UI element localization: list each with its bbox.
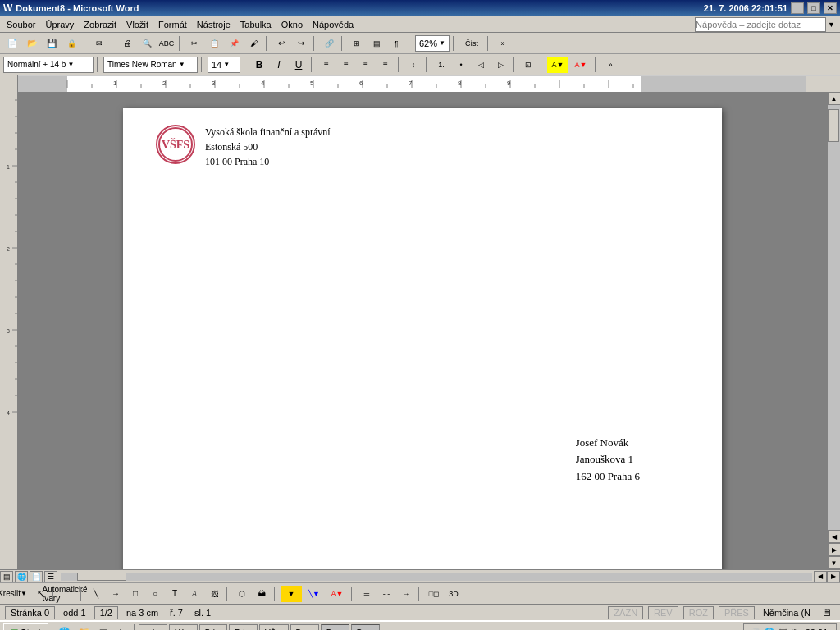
- insert-picture-button[interactable]: 🏔: [253, 586, 271, 602]
- size-dropdown[interactable]: 14 ▼: [208, 57, 240, 73]
- minimize-button[interactable]: _: [791, 2, 804, 14]
- scroll-thumb[interactable]: [828, 109, 839, 142]
- line-color-button[interactable]: ╲▼: [304, 586, 325, 602]
- start-button[interactable]: ⊞ Start: [3, 623, 48, 630]
- align-center-button[interactable]: ≡: [337, 57, 355, 73]
- email-quick-launch[interactable]: ✉: [94, 624, 112, 630]
- hscroll-thumb[interactable]: [77, 573, 126, 581]
- menu-okno[interactable]: Okno: [276, 18, 308, 31]
- preview-button[interactable]: 🔍: [138, 35, 156, 52]
- copy-button[interactable]: 📋: [205, 35, 223, 52]
- open-button[interactable]: 📂: [23, 35, 41, 52]
- scroll-area[interactable]: VŠFS Vysoká škola finanční a správní Est…: [18, 92, 827, 569]
- media-quick-launch[interactable]: ▶: [114, 624, 132, 630]
- taskbar-do1[interactable]: Do...: [290, 624, 319, 630]
- italic-button[interactable]: I: [270, 57, 288, 73]
- wordart-button[interactable]: A: [185, 586, 203, 602]
- indent-increase-button[interactable]: ▷: [491, 57, 509, 73]
- taskbar-syl[interactable]: syl...: [139, 624, 167, 630]
- numbering-button[interactable]: 1.: [432, 57, 450, 73]
- taskbar-bri1[interactable]: Bri...: [199, 624, 228, 630]
- paste-button[interactable]: 📌: [225, 35, 243, 52]
- scroll-up-button[interactable]: ▲: [828, 92, 841, 105]
- 3d-button[interactable]: 3D: [445, 586, 463, 602]
- align-right-button[interactable]: ≡: [357, 57, 375, 73]
- dash-style-button[interactable]: - -: [377, 586, 395, 602]
- scroll-track[interactable]: [828, 105, 840, 530]
- underline-button[interactable]: U: [290, 57, 308, 73]
- normal-view-button[interactable]: ▤: [0, 571, 13, 582]
- menu-vlozit[interactable]: Vložit: [121, 18, 153, 31]
- oval-button[interactable]: ○: [146, 586, 164, 602]
- diagram-button[interactable]: ⬡: [233, 586, 251, 602]
- taskbar-do3[interactable]: Do...: [351, 624, 380, 630]
- style-dropdown[interactable]: Normální + 14 b ▼: [3, 57, 94, 73]
- spell-button[interactable]: ABC: [158, 35, 176, 52]
- help-input[interactable]: [695, 17, 826, 32]
- line-style-button[interactable]: ═: [358, 586, 376, 602]
- scroll-down-button[interactable]: ▼: [828, 556, 841, 569]
- font-color-button[interactable]: A▼: [570, 57, 591, 73]
- email-button[interactable]: ✉: [90, 35, 108, 52]
- menu-upravy[interactable]: Úpravy: [40, 18, 79, 31]
- font-dropdown[interactable]: Times New Roman ▼: [103, 57, 198, 73]
- explorer-quick-launch[interactable]: 📁: [75, 624, 93, 630]
- bullets-button[interactable]: •: [452, 57, 470, 73]
- font-color2-button[interactable]: A▼: [326, 586, 348, 602]
- redo-button[interactable]: ↪: [292, 35, 310, 52]
- taskbar-bri2[interactable]: Bri...: [229, 624, 258, 630]
- menu-format[interactable]: Formát: [153, 18, 192, 31]
- shadow-button[interactable]: □◻: [425, 586, 443, 602]
- draw-menu-button[interactable]: Kreslit ▼: [3, 586, 21, 602]
- ie-quick-launch[interactable]: 🌐: [55, 624, 73, 630]
- permission-button[interactable]: 🔒: [62, 35, 80, 52]
- justify-button[interactable]: ≡: [377, 57, 395, 73]
- taskbar-na[interactable]: Ná...: [169, 624, 198, 630]
- print-view-button[interactable]: 📄: [30, 571, 43, 582]
- close-button[interactable]: ✕: [824, 2, 837, 14]
- print-button[interactable]: 🖨: [118, 35, 136, 52]
- taskbar-do2[interactable]: Do...: [321, 624, 349, 630]
- undo-button[interactable]: ↩: [272, 35, 290, 52]
- cut-button[interactable]: ✂: [185, 35, 203, 52]
- scroll-prev-page-button[interactable]: ◀: [828, 530, 841, 543]
- clipart-button[interactable]: 🖼: [205, 586, 223, 602]
- more-fmt-button[interactable]: »: [601, 57, 619, 73]
- hscroll-right-button[interactable]: ▶: [827, 571, 840, 582]
- more-button[interactable]: »: [494, 35, 512, 52]
- bold-button[interactable]: B: [250, 57, 268, 73]
- menu-nastroje[interactable]: Nástroje: [192, 18, 235, 31]
- menu-napoveda[interactable]: Nápověda: [308, 18, 358, 31]
- rect-button[interactable]: □: [126, 586, 144, 602]
- indent-decrease-button[interactable]: ◁: [472, 57, 490, 73]
- save-button[interactable]: 💾: [43, 35, 61, 52]
- menu-soubor[interactable]: Soubor: [2, 18, 40, 31]
- table-button[interactable]: ⊞: [348, 35, 366, 52]
- line-spacing-button[interactable]: ↕: [404, 57, 422, 73]
- line-button[interactable]: ╲: [87, 586, 105, 602]
- arrow-button[interactable]: →: [107, 586, 125, 602]
- hscroll-track[interactable]: [61, 573, 812, 581]
- new-button[interactable]: 📄: [3, 35, 21, 52]
- menu-zobrazit[interactable]: Zobrazit: [79, 18, 121, 31]
- autoshapes-button[interactable]: Automatické tvary ▼: [59, 586, 77, 602]
- scroll-next-page-button[interactable]: ▶: [828, 543, 841, 556]
- columns-button[interactable]: ▤: [368, 35, 386, 52]
- maximize-button[interactable]: □: [807, 2, 820, 14]
- fill-color-button[interactable]: ▼: [281, 586, 302, 602]
- hscroll-left-button[interactable]: ◀: [814, 571, 827, 582]
- align-left-button[interactable]: ≡: [317, 57, 336, 73]
- highlight-button[interactable]: A▼: [547, 57, 568, 73]
- show-hide-button[interactable]: ¶: [387, 35, 405, 52]
- taskbar-vs[interactable]: VŠ...: [259, 624, 289, 630]
- outside-border-button[interactable]: ⊡: [519, 57, 537, 73]
- read-button[interactable]: Číst: [459, 35, 484, 52]
- arrow-style-button[interactable]: →: [397, 586, 415, 602]
- hyperlink-button[interactable]: 🔗: [320, 35, 338, 52]
- menu-tabulka[interactable]: Tabulka: [235, 18, 276, 31]
- textbox-button[interactable]: T: [166, 586, 184, 602]
- web-view-button[interactable]: 🌐: [15, 571, 28, 582]
- zoom-dropdown[interactable]: 62% ▼: [415, 35, 450, 52]
- format-painter[interactable]: 🖌: [244, 35, 262, 52]
- outline-view-button[interactable]: ☰: [44, 571, 57, 582]
